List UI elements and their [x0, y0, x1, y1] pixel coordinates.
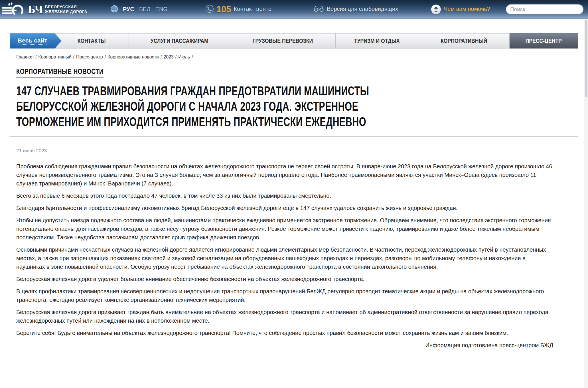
logo-abbreviation: БЧ [28, 4, 43, 15]
page-scrollbar[interactable] [584, 19, 588, 388]
article-paragraph: Проблема соблюдения гражданами правил бе… [16, 162, 553, 188]
help-block: Чем вам помочь? [431, 5, 490, 14]
help-link[interactable]: Чем вам помочь? [444, 6, 490, 13]
breadcrumb-corporate-news[interactable]: Корпоративные новости [108, 54, 159, 59]
lang-eng[interactable]: ENG [155, 6, 168, 13]
article-paragraph: Белорусская железная дорога уделяет боль… [16, 275, 553, 283]
tab-freight[interactable]: ГРУЗОВЫЕ ПЕРЕВОЗКИ [230, 33, 336, 48]
tab-corporate[interactable]: КОРПОРАТИВНЫЙ [418, 33, 510, 48]
accessibility-version-link[interactable]: Версия для слабовидящих [327, 6, 398, 13]
breadcrumb-month[interactable]: Июль [178, 54, 190, 59]
article-date: 21 июля 2023 [16, 148, 588, 154]
breadcrumb-press-center[interactable]: Пресс-центр [76, 54, 103, 59]
language-switcher: РУС БЕЛ ENG [111, 5, 168, 14]
article-paragraph: Всего за первые 6 месяцев этого года пос… [16, 191, 553, 200]
contact-center-block: 105 Контакт-центр [205, 5, 271, 14]
section-label-corporate-news: КОРПОРАТИВНЫЕ НОВОСТИ [16, 67, 104, 78]
eyeglasses-icon [314, 5, 324, 14]
article-paragraph: Берегите себя! Будьте внимательны на объ… [16, 329, 553, 337]
article-paragraph: В целях профилактики травмирования несов… [16, 287, 553, 304]
site-search [506, 4, 583, 14]
contact-phone-number: 105 [216, 5, 231, 14]
article-paragraph: Чтобы не допустить наезда подвижного сос… [16, 216, 553, 242]
article-body: Проблема соблюдения гражданами правил бе… [0, 162, 588, 349]
article-paragraph: Белорусская железная дорога призывает гр… [16, 308, 553, 325]
title-divider [10, 136, 578, 137]
breadcrumb-home[interactable]: Главная [16, 54, 34, 59]
logo-caption: БЕЛОРУССКАЯ ЖЕЛЕЗНАЯ ДОРОГА [45, 5, 87, 14]
article-paragraph: Основными причинами несчастных случаев н… [16, 245, 553, 271]
article-credit: Информация подготовлена пресс-центром БЖ… [16, 341, 553, 349]
lang-rus[interactable]: РУС [123, 6, 134, 13]
search-input[interactable] [506, 5, 583, 14]
breadcrumb-year[interactable]: 2023 [163, 54, 174, 59]
search-field-wrap [506, 4, 583, 14]
main-navigation: Весь сайт КОНТАКТЫ УСЛУГИ ПАССАЖИРАМ ГРУ… [10, 33, 578, 48]
tab-contacts[interactable]: КОНТАКТЫ [55, 33, 129, 48]
article-paragraph: Благодаря бдительности и профессионализм… [16, 204, 553, 212]
tab-press-center-active[interactable]: ПРЕСС-ЦЕНТР [510, 33, 578, 48]
scrollbar-thumb[interactable] [585, 20, 587, 97]
globe-icon [111, 5, 118, 14]
contact-center-link[interactable]: Контакт-центр [234, 6, 271, 13]
article-title: 147 СЛУЧАЕВ ТРАВМИРОВАНИЯ ГРАЖДАН ПРЕДОТ… [16, 83, 424, 130]
railway-wheel-wing-icon [2, 2, 26, 17]
breadcrumb-corporate[interactable]: Корпоративный [38, 54, 71, 59]
breadcrumb: Главная/Корпоративный/Пресс-центр/Корпор… [16, 54, 578, 60]
tab-whole-site[interactable]: Весь сайт [10, 33, 62, 48]
tab-passenger-services[interactable]: УСЛУГИ ПАССАЖИРАМ [129, 33, 230, 48]
assistant-avatar-icon [431, 5, 441, 14]
accessibility-block: Версия для слабовидящих [314, 5, 398, 14]
phone-icon [205, 5, 214, 14]
top-header-bar: БЧ БЕЛОРУССКАЯ ЖЕЛЕЗНАЯ ДОРОГА РУС БЕЛ E… [0, 0, 588, 19]
lang-bel[interactable]: БЕЛ [139, 6, 151, 13]
site-logo[interactable]: БЧ БЕЛОРУССКАЯ ЖЕЛЕЗНАЯ ДОРОГА [2, 2, 87, 17]
tab-tourism[interactable]: ТУРИЗМ И ОТДЫХ [336, 33, 418, 48]
